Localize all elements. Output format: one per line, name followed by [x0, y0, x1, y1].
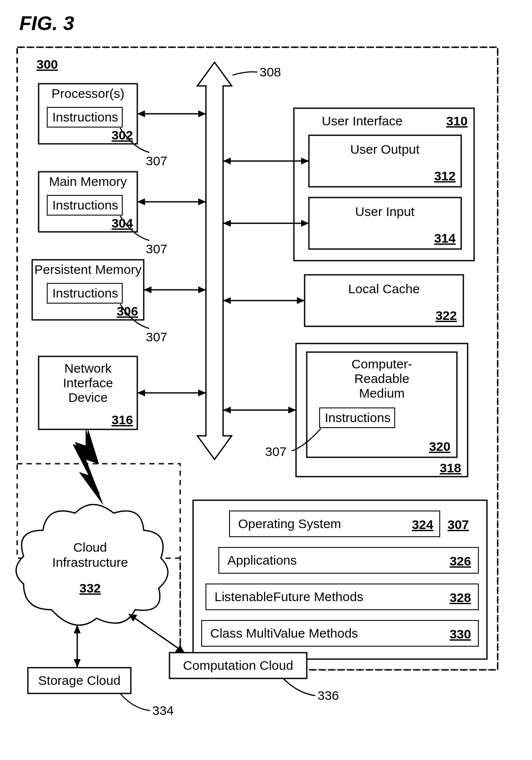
cloud-block: Cloud Infrastructure 332: [16, 505, 168, 625]
persistent-memory-block: Persistent Memory Instructions 306: [32, 260, 144, 320]
main-memory-instructions: Instructions: [52, 198, 118, 212]
lfm-title: ListenableFuture Methods: [215, 590, 363, 604]
bus-arrow: [197, 62, 232, 459]
drive-block: Computer- Readable Medium Instructions 3…: [296, 344, 468, 477]
svg-marker-37: [223, 407, 231, 413]
processor-block: Processor(s) Instructions 302: [39, 84, 137, 144]
cloud-l1: Cloud: [73, 540, 107, 554]
lead-ref-3: 307: [146, 330, 167, 344]
local-cache-title: Local Cache: [348, 282, 420, 296]
apps-ref: 326: [450, 554, 471, 568]
lead-ref-2: 307: [146, 242, 167, 256]
bus-ref: 308: [260, 65, 281, 79]
lfm-ref: 328: [450, 590, 471, 605]
network-interface-block: Network Interface Device 316: [39, 356, 137, 429]
storage-cloud-ref: 334: [152, 703, 174, 717]
svg-marker-18: [137, 389, 145, 396]
medium-ref: 320: [429, 439, 450, 453]
os-ref: 324: [412, 517, 433, 532]
apps-title: Applications: [227, 553, 297, 567]
user-output-ref: 312: [434, 169, 456, 183]
cloud-ref: 332: [79, 581, 101, 595]
processor-title: Processor(s): [51, 86, 124, 100]
svg-marker-5: [198, 110, 206, 117]
figure-title: FIG. 3: [19, 12, 74, 34]
svg-marker-38: [288, 407, 296, 413]
storage-cloud-title: Storage Cloud: [38, 673, 121, 687]
svg-marker-27: [223, 220, 231, 227]
user-output-title: User Output: [350, 142, 420, 156]
processor-instructions: Instructions: [52, 110, 118, 124]
svg-marker-4: [137, 110, 145, 117]
nid-l1: Network: [64, 361, 112, 375]
local-cache-block: Local Cache 322: [305, 275, 463, 326]
svg-marker-10: [198, 198, 206, 205]
bus-leader: [233, 72, 257, 75]
svg-marker-31: [223, 297, 231, 304]
lead-ref-4: 307: [265, 444, 287, 459]
lead-ref-1: 307: [146, 154, 167, 168]
user-interface-block: User Interface 310 User Output 312 User …: [294, 108, 474, 261]
svg-marker-9: [137, 198, 145, 205]
computation-cloud-title: Computation Cloud: [183, 658, 293, 672]
svg-marker-46: [74, 625, 81, 633]
svg-line-48: [129, 614, 184, 653]
main-memory-title: Main Memory: [49, 174, 127, 188]
cmv-title: Class MultiValue Methods: [210, 626, 358, 640]
svg-marker-50: [175, 645, 184, 653]
user-input-ref: 314: [434, 231, 456, 245]
svg-marker-14: [144, 286, 151, 293]
software-side-ref: 307: [447, 517, 469, 532]
software-stack: Operating System 324 307 Applications 32…: [193, 500, 487, 659]
nid-ref: 316: [112, 413, 133, 427]
persistent-memory-ref: 306: [117, 304, 138, 318]
ui-title: User Interface: [322, 114, 402, 128]
computation-cloud-ref: 336: [317, 688, 339, 702]
ui-ref: 310: [446, 114, 468, 128]
drive-ref: 318: [440, 461, 461, 475]
system-ref: 300: [36, 57, 58, 71]
cmv-ref: 330: [450, 627, 471, 641]
local-cache-ref: 322: [435, 308, 457, 322]
persistent-memory-title: Persistent Memory: [34, 262, 142, 277]
persistent-memory-instructions: Instructions: [52, 286, 118, 300]
svg-marker-47: [74, 659, 81, 668]
computation-cloud-block: Computation Cloud: [169, 653, 307, 678]
storage-cloud-block: Storage Cloud: [28, 668, 131, 693]
medium-l1: Computer-: [351, 357, 412, 371]
svg-marker-19: [198, 389, 206, 396]
cloud-l2: Infrastructure: [52, 555, 128, 569]
medium-l3: Medium: [359, 386, 405, 400]
medium-l2: Readable: [354, 371, 409, 386]
figure-diagram: FIG. 3 300 308 Processor(s) Instructions…: [0, 0, 532, 760]
nid-l3: Device: [68, 390, 108, 404]
svg-marker-44: [75, 429, 103, 505]
nid-l2: Interface: [63, 376, 113, 390]
medium-instructions: Instructions: [325, 410, 390, 425]
svg-marker-32: [297, 297, 305, 304]
user-input-title: User Input: [355, 204, 415, 219]
main-memory-block: Main Memory Instructions 304: [39, 172, 137, 232]
os-title: Operating System: [238, 517, 341, 531]
svg-marker-24: [223, 158, 231, 164]
svg-marker-15: [198, 286, 206, 293]
